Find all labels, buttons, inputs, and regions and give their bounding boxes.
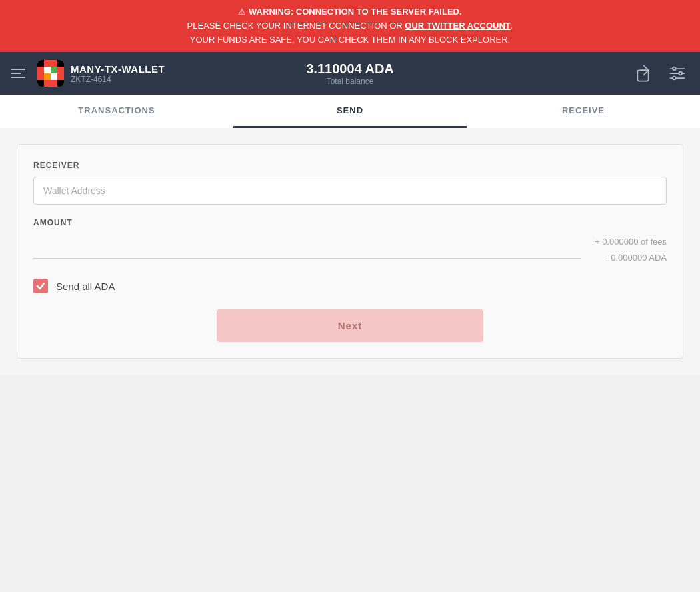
share-icon-button[interactable] (633, 61, 657, 85)
twitter-link[interactable]: OUR TWITTER ACCOUNT (405, 21, 510, 31)
balance-label: Total balance (306, 77, 394, 86)
wallet-avatar (37, 60, 64, 87)
send-all-row: Send all ADA (33, 279, 667, 293)
amount-input-wrapper: 0.000000 (33, 234, 581, 259)
send-card: RECEIVER AMOUNT 0.000000 + 0.000000 of f… (17, 144, 683, 359)
amount-info: + 0.000000 of fees = 0.000000 ADA (581, 234, 667, 265)
warning-banner: ⚠ WARNING: CONNECTION TO THE SERVER FAIL… (0, 0, 700, 52)
tabs: TRANSACTIONS SEND RECEIVE (0, 95, 700, 128)
warning-icon: ⚠ (238, 7, 246, 17)
amount-field-group: AMOUNT 0.000000 + 0.000000 of fees = 0.0… (33, 218, 667, 265)
tab-receive[interactable]: RECEIVE (467, 95, 700, 128)
wallet-info: MANY-TX-WALLET ZKTZ-4614 (71, 63, 165, 84)
wallet-id: ZKTZ-4614 (71, 75, 165, 84)
wallet-name: MANY-TX-WALLET (71, 63, 165, 75)
next-button[interactable]: Next (217, 309, 483, 342)
svg-point-7 (673, 77, 676, 80)
warning-text-line1: WARNING: CONNECTION TO THE SERVER FAILED… (249, 7, 461, 17)
main-content: RECEIVER AMOUNT 0.000000 + 0.000000 of f… (0, 128, 700, 375)
send-all-label[interactable]: Send all ADA (56, 281, 115, 292)
tab-send[interactable]: SEND (233, 95, 467, 128)
header-left: MANY-TX-WALLET ZKTZ-4614 (11, 60, 165, 87)
warning-text-line2-prefix: PLEASE CHECK YOUR INTERNET CONNECTION OR (187, 21, 405, 31)
header-balance: 3.110004 ADA Total balance (306, 61, 394, 86)
balance-amount: 3.110004 ADA (306, 61, 394, 77)
receiver-input[interactable] (33, 177, 667, 205)
receiver-label: RECEIVER (33, 161, 667, 170)
menu-icon[interactable] (11, 69, 25, 78)
settings-icon-button[interactable] (665, 61, 689, 85)
total-text: = 0.000000 ADA (595, 250, 667, 265)
warning-text-line3: YOUR FUNDS ARE SAFE, YOU CAN CHECK THEM … (190, 35, 510, 45)
tab-transactions[interactable]: TRANSACTIONS (0, 95, 233, 128)
header-right (633, 61, 689, 85)
svg-point-5 (673, 67, 676, 71)
amount-label: AMOUNT (33, 218, 667, 227)
receiver-field-group: RECEIVER (33, 161, 667, 205)
fees-text: + 0.000000 of fees (595, 234, 667, 249)
send-all-checkbox-wrapper[interactable] (33, 279, 48, 293)
header: MANY-TX-WALLET ZKTZ-4614 3.110004 ADA To… (0, 52, 700, 95)
amount-input[interactable]: 0.000000 (33, 234, 581, 259)
warning-text-line2-suffix: . (511, 21, 513, 31)
svg-point-6 (679, 72, 682, 75)
amount-row: 0.000000 + 0.000000 of fees = 0.000000 A… (33, 234, 667, 265)
